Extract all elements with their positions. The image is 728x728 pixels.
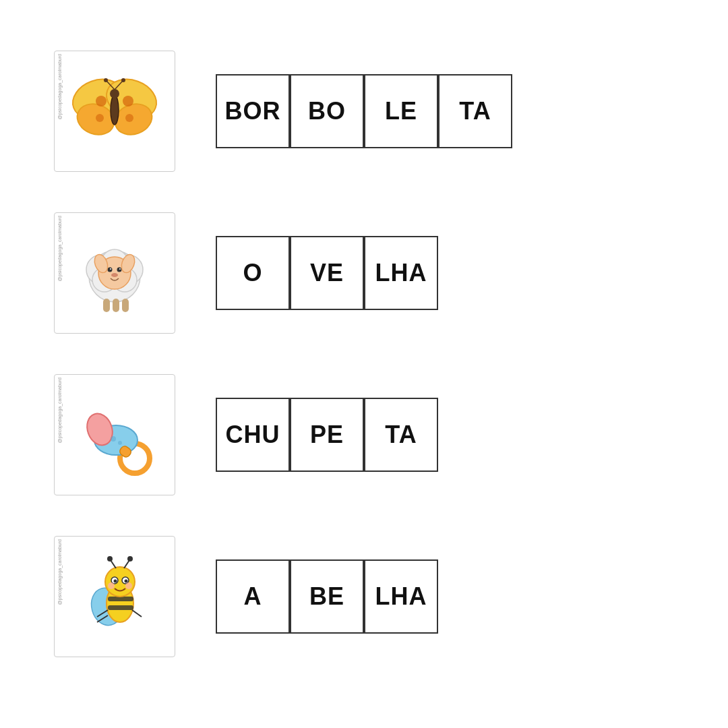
svg-point-47 xyxy=(125,582,132,589)
image-butterfly: @psicopedagoga_carolmaburd xyxy=(54,51,175,172)
svg-point-5 xyxy=(123,96,133,107)
svg-point-4 xyxy=(96,96,107,107)
svg-point-21 xyxy=(108,268,113,272)
svg-point-49 xyxy=(107,556,113,562)
syllables-chupeta: CHU PE TA xyxy=(216,398,438,472)
svg-point-13 xyxy=(121,78,125,82)
watermark-4: @psicopedagoga_carolmaburd xyxy=(57,539,62,605)
svg-point-24 xyxy=(119,268,121,270)
syllable-chu: CHU xyxy=(216,398,290,472)
syllable-lha-2: LHA xyxy=(364,559,438,634)
syllable-pe: PE xyxy=(290,398,364,472)
svg-point-8 xyxy=(111,95,119,125)
row-borboleta: @psicopedagoga_carolmaburd xyxy=(54,40,674,182)
svg-rect-27 xyxy=(113,299,119,312)
svg-point-9 xyxy=(110,89,119,98)
svg-point-45 xyxy=(125,580,128,583)
svg-point-23 xyxy=(110,268,111,270)
syllable-be: BE xyxy=(290,559,364,634)
syllable-bo: BO xyxy=(290,74,364,148)
syllables-ovelha: O VE LHA xyxy=(216,236,438,310)
syllable-lha-1: LHA xyxy=(364,236,438,310)
svg-point-7 xyxy=(125,114,133,122)
svg-point-41 xyxy=(105,567,135,597)
watermark-1: @psicopedagoga_carolmaburd xyxy=(57,54,62,119)
svg-point-35 xyxy=(111,436,116,442)
syllable-le: LE xyxy=(364,74,438,148)
svg-point-11 xyxy=(104,78,108,82)
svg-rect-26 xyxy=(103,299,110,312)
syllable-ve: VE xyxy=(290,236,364,310)
svg-point-51 xyxy=(127,556,133,562)
syllable-o: O xyxy=(216,236,290,310)
syllable-ta-1: TA xyxy=(438,74,512,148)
row-chupeta: @psicopedagoga_carolmaburd CHU PE TA xyxy=(54,364,674,506)
image-bee: @psicopedagoga_carolmaburd xyxy=(54,536,175,657)
svg-rect-40 xyxy=(108,605,133,610)
svg-rect-39 xyxy=(108,597,133,601)
svg-rect-28 xyxy=(122,299,129,312)
watermark-2: @psicopedagoga_carolmaburd xyxy=(57,216,62,281)
syllables-borboleta: BOR BO LE TA xyxy=(216,74,512,148)
syllable-a: A xyxy=(216,559,290,634)
syllable-ta-2: TA xyxy=(364,398,438,472)
syllable-bor: BOR xyxy=(216,74,290,148)
row-ovelha: @psicopedagoga_carolmaburd xyxy=(54,202,674,344)
svg-point-25 xyxy=(111,273,118,277)
svg-line-54 xyxy=(132,610,142,617)
row-abelha: @psicopedagoga_carolmaburd xyxy=(54,526,674,667)
svg-point-22 xyxy=(117,268,122,272)
page: @psicopedagoga_carolmaburd xyxy=(0,0,728,728)
image-sheep: @psicopedagoga_carolmaburd xyxy=(54,212,175,334)
svg-point-6 xyxy=(96,114,104,122)
svg-point-36 xyxy=(118,441,122,445)
image-pacifier: @psicopedagoga_carolmaburd xyxy=(54,374,175,495)
svg-point-44 xyxy=(114,580,117,583)
watermark-3: @psicopedagoga_carolmaburd xyxy=(57,377,62,443)
syllables-abelha: A BE LHA xyxy=(216,559,438,634)
svg-line-50 xyxy=(124,560,129,568)
svg-line-48 xyxy=(111,560,116,568)
svg-point-46 xyxy=(108,582,115,589)
